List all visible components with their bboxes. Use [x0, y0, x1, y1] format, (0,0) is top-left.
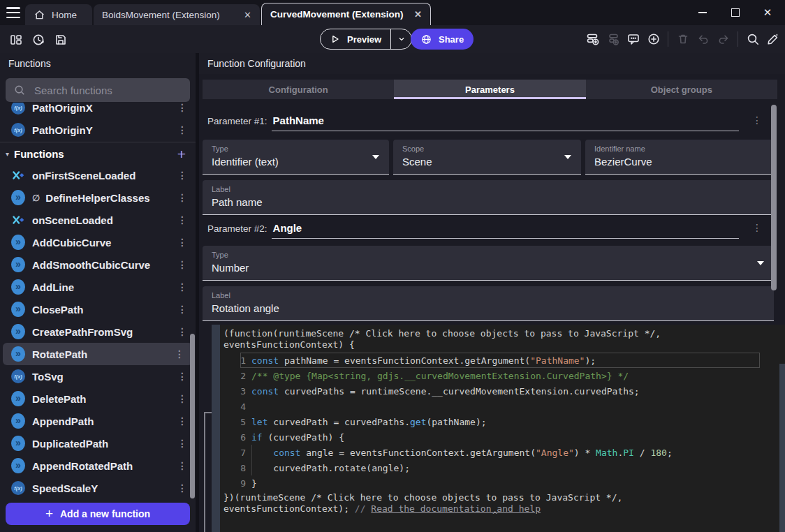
menu-icon[interactable] — [6, 7, 20, 18]
code-line-2[interactable]: 2/** @type {Map<string, gdjs.__curvedMov… — [220, 368, 777, 383]
code-line-9[interactable]: 9} — [220, 475, 777, 491]
parameter-2-header: Parameter #2: Angle — [203, 215, 739, 239]
parameter-1-menu-icon[interactable]: ⋮ — [750, 114, 764, 126]
add-event-icon[interactable] — [584, 30, 601, 47]
search-box[interactable] — [6, 78, 190, 102]
preview-button[interactable]: Preview — [320, 29, 412, 50]
add-circle-icon[interactable] — [645, 30, 662, 47]
function-item-onSceneLoaded[interactable]: onSceneLoaded⋮ — [0, 209, 196, 231]
tab-configuration[interactable]: Configuration — [203, 80, 394, 99]
function-item-DeletePath[interactable]: »DeletePath⋮ — [0, 387, 196, 410]
param1-scope-select[interactable]: Scope Scene — [393, 140, 581, 175]
tab-home[interactable]: Home — [25, 4, 92, 25]
function-item-ToSvg[interactable]: f(x)ToSvg⋮ — [0, 365, 196, 387]
function-item-CreatePathFromSvg[interactable]: »CreatePathFromSvg⋮ — [0, 320, 196, 343]
function-item-AppendRotatedPath[interactable]: »AppendRotatedPath⋮ — [0, 455, 196, 477]
function-item-PathOriginY[interactable]: f(x)PathOriginY⋮ — [0, 119, 196, 141]
param2-type-select[interactable]: Type Number — [203, 246, 774, 281]
add-icon[interactable]: + — [177, 147, 186, 161]
line-number: 8 — [220, 463, 246, 473]
tab-object-groups[interactable]: Object groups — [586, 80, 777, 99]
parameter-2-name-input[interactable]: Angle — [272, 221, 739, 239]
documentation-link[interactable]: Read the documentation and help — [371, 503, 541, 514]
item-menu-icon[interactable]: ⋮ — [177, 170, 187, 180]
function-item-PathOriginX[interactable]: f(x)PathOriginX⋮ — [0, 103, 196, 119]
param1-identifier-input[interactable]: Identifier name BezierCurve — [585, 140, 774, 175]
preview-dropdown-button[interactable] — [390, 29, 411, 49]
comment-icon[interactable] — [624, 30, 642, 47]
function-item-onFirstSceneLoaded[interactable]: onFirstSceneLoaded⋮ — [0, 164, 196, 186]
item-menu-icon[interactable]: ⋮ — [177, 237, 187, 247]
item-menu-icon[interactable]: ⋮ — [177, 103, 187, 112]
item-menu-icon[interactable]: ⋮ — [177, 304, 187, 314]
item-menu-icon[interactable]: ⋮ — [177, 483, 187, 493]
param2-label-input[interactable]: Label Rotation angle — [203, 286, 774, 321]
share-button[interactable]: Share — [411, 29, 474, 50]
save-icon[interactable] — [52, 31, 69, 48]
function-item-ClosePath[interactable]: »ClosePath⋮ — [0, 298, 196, 320]
js-code-editor[interactable]: (function(runtimeScene /* Click here to … — [220, 325, 785, 532]
panels-icon[interactable] — [7, 31, 24, 48]
item-menu-icon[interactable]: ⋮ — [177, 438, 187, 448]
item-menu-icon[interactable]: ⋮ — [177, 461, 187, 471]
code-line-8[interactable]: 8 curvedPath.rotate(angle); — [220, 460, 777, 475]
tab-label: Home — [52, 10, 77, 20]
code-footer[interactable]: })(runtimeScene /* Click here to choose … — [223, 492, 622, 515]
collapse-triangle-icon[interactable]: ▾ — [6, 150, 9, 158]
functions-section-header[interactable]: ▾Functions+ — [0, 143, 196, 164]
item-menu-icon[interactable]: ⋮ — [177, 282, 187, 292]
home-icon — [34, 9, 45, 21]
function-item-AddSmoothCubicCurve[interactable]: »AddSmoothCubicCurve⋮ — [0, 253, 196, 276]
code-lines[interactable]: 1const pathName = eventsFunctionContext.… — [220, 353, 777, 491]
function-item-SpeedScaleY[interactable]: f(x)SpeedScaleY⋮ — [0, 477, 196, 499]
close-icon[interactable]: ✕ — [758, 6, 777, 20]
add-function-button[interactable]: + Add a new function — [6, 503, 190, 525]
close-tab-icon[interactable]: ✕ — [244, 10, 251, 20]
code-line-5[interactable]: 5let curvedPath = curvedPaths.get(pathNa… — [220, 414, 777, 429]
item-menu-icon[interactable]: ⋮ — [177, 193, 187, 202]
tab-parameters[interactable]: Parameters — [394, 80, 585, 99]
function-item-DefineHelperClasses[interactable]: »∅DefineHelperClasses⋮ — [0, 186, 196, 209]
function-item-RotatePath[interactable]: »RotatePath⋮ — [3, 343, 193, 365]
function-item-AppendPath[interactable]: »AppendPath⋮ — [0, 410, 196, 432]
minimize-icon[interactable] — [694, 6, 712, 20]
indent-guide — [251, 445, 252, 475]
overflow-caret: ^ — [492, 510, 497, 520]
item-menu-icon[interactable]: ⋮ — [177, 215, 187, 225]
functions-panel-title: Functions — [0, 53, 196, 74]
code-line-1[interactable]: 1const pathName = eventsFunctionContext.… — [220, 353, 777, 368]
function-item-AddCubicCurve[interactable]: »AddCubicCurve⋮ — [0, 231, 196, 253]
item-menu-icon[interactable]: ⋮ — [177, 125, 187, 135]
function-item-AddLine[interactable]: »AddLine⋮ — [0, 276, 196, 298]
param1-label-input[interactable]: Label Path name — [203, 180, 774, 215]
action-function-icon: » — [11, 190, 25, 205]
code-header[interactable]: (function(runtimeScene /* Click here to … — [220, 325, 785, 350]
maximize-icon[interactable] — [726, 6, 744, 20]
parameters-scrollbar[interactable] — [771, 105, 777, 290]
parameter-2-menu-icon[interactable]: ⋮ — [750, 222, 764, 233]
item-menu-icon[interactable]: ⋮ — [177, 327, 187, 337]
history-icon[interactable] — [29, 31, 47, 48]
item-menu-icon[interactable]: ⋮ — [177, 416, 187, 426]
code-line-6[interactable]: 6if (curvedPath) { — [220, 429, 777, 445]
item-menu-icon[interactable]: ⋮ — [177, 260, 187, 269]
tab-boidsmovement[interactable]: BoidsMovement (Extension) ✕ — [94, 4, 260, 25]
code-line-4[interactable]: 4 — [220, 399, 777, 414]
function-item-DuplicatedPath[interactable]: »DuplicatedPath⋮ — [0, 432, 196, 455]
param1-type-select[interactable]: Type Identifier (text) — [203, 140, 389, 175]
item-menu-icon[interactable]: ⋮ — [177, 371, 187, 381]
code-line-7[interactable]: 7 const angle = eventsFunctionContext.ge… — [220, 445, 777, 460]
close-tab-icon[interactable]: ✕ — [414, 9, 422, 20]
tab-curvedmovement[interactable]: CurvedMovement (Extension) ✕ — [261, 3, 431, 25]
magic-wand-icon[interactable] — [764, 30, 782, 47]
search-input[interactable] — [33, 84, 182, 97]
code-scrollbar[interactable] — [779, 364, 785, 532]
item-menu-icon[interactable]: ⋮ — [175, 349, 184, 359]
event-drag-handle[interactable] — [212, 325, 220, 532]
search-icon[interactable] — [744, 30, 761, 47]
item-menu-icon[interactable]: ⋮ — [177, 394, 187, 404]
field-label: Label — [212, 185, 765, 193]
parameter-1-name-input[interactable]: PathName — [272, 113, 739, 131]
code-line-3[interactable]: 3const curvedPaths = runtimeScene.__curv… — [220, 383, 777, 399]
sidebar-scrollbar[interactable] — [190, 334, 195, 498]
